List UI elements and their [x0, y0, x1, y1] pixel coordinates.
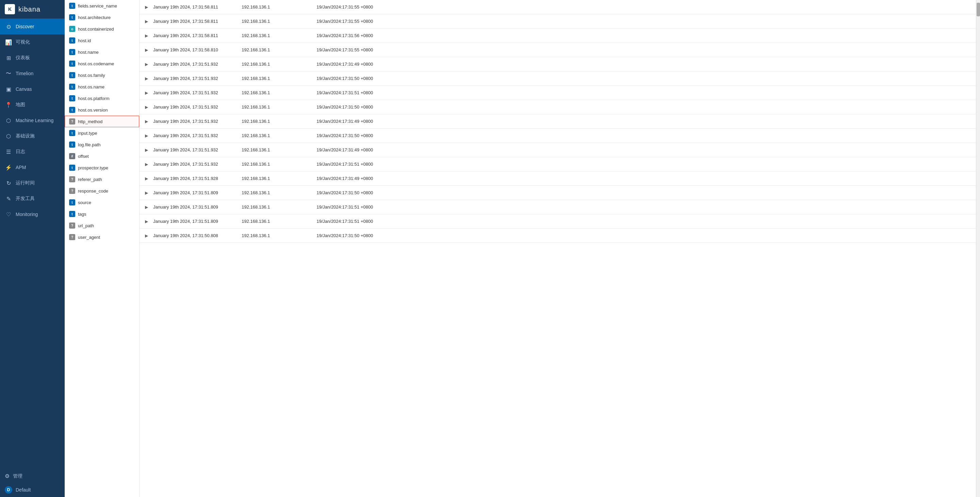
expand-arrow-icon[interactable]: ▶ — [145, 5, 149, 10]
table-row[interactable]: ▶ January 19th 2024, 17:31:58.811 192.16… — [140, 14, 976, 29]
field-item-tags[interactable]: ttags — [65, 208, 139, 220]
field-item-offset[interactable]: #offset — [65, 150, 139, 162]
field-item-host-name[interactable]: thost.name — [65, 46, 139, 58]
field-type-badge: t — [69, 72, 75, 78]
field-name-label: host.containerized — [78, 27, 114, 32]
sidebar-item-monitoring[interactable]: ♡Monitoring — [0, 206, 65, 222]
table-row[interactable]: ▶ January 19th 2024, 17:31:58.811 192.16… — [140, 0, 976, 14]
table-row[interactable]: ▶ January 19th 2024, 17:31:58.811 192.16… — [140, 29, 976, 43]
expand-arrow-icon[interactable]: ▶ — [145, 162, 149, 167]
table-row[interactable]: ▶ January 19th 2024, 17:31:51.932 192.16… — [140, 157, 976, 171]
table-row[interactable]: ▶ January 19th 2024, 17:31:51.932 192.16… — [140, 86, 976, 100]
table-row[interactable]: ▶ January 19th 2024, 17:31:51.809 192.16… — [140, 200, 976, 214]
sidebar-item-maps[interactable]: 📍地图 — [0, 97, 65, 113]
field-item-fields-service_name[interactable]: tfields.service_name — [65, 0, 139, 11]
table-row[interactable]: ▶ January 19th 2024, 17:31:51.809 192.16… — [140, 214, 976, 229]
expand-arrow-icon[interactable]: ▶ — [145, 205, 149, 210]
date-cell: 19/Jan/2024:17:31:51 +0800 — [317, 90, 970, 95]
sidebar-item-apm[interactable]: ⚡APM — [0, 160, 65, 175]
date-cell: 19/Jan/2024:17:31:51 +0800 — [317, 162, 970, 167]
table-row[interactable]: ▶ January 19th 2024, 17:31:58.810 192.16… — [140, 43, 976, 57]
expand-arrow-icon[interactable]: ▶ — [145, 176, 149, 181]
table-row[interactable]: ▶ January 19th 2024, 17:31:51.932 192.16… — [140, 129, 976, 143]
field-type-badge: t — [69, 60, 75, 67]
data-rows: ▶ January 19th 2024, 17:31:58.811 192.16… — [140, 0, 976, 243]
table-row[interactable]: ▶ January 19th 2024, 17:31:51.932 192.16… — [140, 100, 976, 114]
date-cell: 19/Jan/2024:17:31:50 +0800 — [317, 190, 970, 195]
field-item-host-architecture[interactable]: thost.architecture — [65, 11, 139, 23]
field-item-host-os-codename[interactable]: thost.os.codename — [65, 58, 139, 69]
field-type-badge: ? — [69, 222, 75, 229]
sidebar-item-devtools[interactable]: ✎开发工具 — [0, 191, 65, 206]
sidebar-item-infra[interactable]: ⬡基础设施 — [0, 128, 65, 144]
sidebar-item-uptime[interactable]: ↻运行时间 — [0, 175, 65, 191]
field-type-badge: t — [69, 141, 75, 148]
date-cell: 19/Jan/2024:17:31:55 +0800 — [317, 5, 970, 10]
nav-items: ⊙Discover📊可视化⊞仪表板〜Timelion▣Canvas📍地图⬡Mac… — [0, 19, 65, 222]
vertical-scrollbar[interactable] — [976, 0, 980, 497]
expand-arrow-icon[interactable]: ▶ — [145, 219, 149, 224]
expand-arrow-icon[interactable]: ▶ — [145, 105, 149, 110]
ml-icon: ⬡ — [5, 117, 12, 124]
sidebar-bottom-management[interactable]: ⚙管理 — [0, 470, 65, 483]
date-cell: 19/Jan/2024:17:31:50 +0800 — [317, 233, 970, 238]
field-name-label: host.name — [78, 50, 99, 55]
date-cell: 19/Jan/2024:17:31:51 +0800 — [317, 219, 970, 224]
expand-arrow-icon[interactable]: ▶ — [145, 119, 149, 124]
field-item-host-containerized[interactable]: ohost.containerized — [65, 23, 139, 35]
timestamp-cell: January 19th 2024, 17:31:51.932 — [153, 133, 242, 138]
field-item-host-os-name[interactable]: thost.os.name — [65, 81, 139, 92]
ip-cell: 192.168.136.1 — [242, 19, 317, 24]
table-row[interactable]: ▶ January 19th 2024, 17:31:51.932 192.16… — [140, 143, 976, 157]
sidebar-bottom-default[interactable]: DDefault — [0, 483, 65, 497]
scrollbar-thumb[interactable] — [977, 3, 980, 16]
timestamp-cell: January 19th 2024, 17:31:51.932 — [153, 162, 242, 167]
field-item-url_path[interactable]: ?url_path — [65, 220, 139, 231]
expand-arrow-icon[interactable]: ▶ — [145, 148, 149, 152]
expand-arrow-icon[interactable]: ▶ — [145, 76, 149, 81]
field-item-prospector-type[interactable]: tprospector.type — [65, 162, 139, 173]
field-item-log-file-path[interactable]: tlog.file.path — [65, 139, 139, 150]
field-item-source[interactable]: tsource — [65, 197, 139, 208]
sidebar-item-discover[interactable]: ⊙Discover — [0, 19, 65, 34]
field-type-badge: o — [69, 26, 75, 32]
field-name-label: host.id — [78, 38, 91, 43]
field-type-badge: t — [69, 49, 75, 55]
field-item-user_agent[interactable]: ?user_agent — [65, 231, 139, 243]
field-type-badge: t — [69, 14, 75, 21]
field-name-label: host.os.codename — [78, 61, 114, 66]
expand-arrow-icon[interactable]: ▶ — [145, 33, 149, 38]
table-row[interactable]: ▶ January 19th 2024, 17:31:51.932 192.16… — [140, 57, 976, 71]
expand-arrow-icon[interactable]: ▶ — [145, 19, 149, 24]
sidebar-item-visualize[interactable]: 📊可视化 — [0, 34, 65, 50]
sidebar-item-canvas[interactable]: ▣Canvas — [0, 81, 65, 97]
field-item-host-os-version[interactable]: thost.os.version — [65, 104, 139, 116]
ip-cell: 192.168.136.1 — [242, 176, 317, 181]
expand-arrow-icon[interactable]: ▶ — [145, 48, 149, 52]
expand-arrow-icon[interactable]: ▶ — [145, 191, 149, 195]
table-row[interactable]: ▶ January 19th 2024, 17:31:51.928 192.16… — [140, 171, 976, 186]
expand-arrow-icon[interactable]: ▶ — [145, 91, 149, 95]
field-item-http_method[interactable]: ?http_method — [65, 116, 139, 127]
expand-arrow-icon[interactable]: ▶ — [145, 133, 149, 138]
sidebar-item-logs[interactable]: ☰日志 — [0, 144, 65, 160]
sidebar-item-timelion[interactable]: 〜Timelion — [0, 66, 65, 81]
sidebar-item-ml[interactable]: ⬡Machine Learning — [0, 113, 65, 128]
field-item-host-os-family[interactable]: thost.os.family — [65, 69, 139, 81]
table-row[interactable]: ▶ January 19th 2024, 17:31:51.932 192.16… — [140, 71, 976, 86]
field-item-input-type[interactable]: tinput.type — [65, 127, 139, 139]
timestamp-cell: January 19th 2024, 17:31:50.808 — [153, 233, 242, 238]
timestamp-cell: January 19th 2024, 17:31:51.932 — [153, 119, 242, 124]
expand-arrow-icon[interactable]: ▶ — [145, 62, 149, 67]
expand-arrow-icon[interactable]: ▶ — [145, 233, 149, 238]
field-item-host-os-platform[interactable]: thost.os.platform — [65, 92, 139, 104]
table-row[interactable]: ▶ January 19th 2024, 17:31:51.809 192.16… — [140, 186, 976, 200]
sidebar-item-dashboard[interactable]: ⊞仪表板 — [0, 50, 65, 66]
field-item-referer_path[interactable]: ?referer_path — [65, 173, 139, 185]
table-row[interactable]: ▶ January 19th 2024, 17:31:51.932 192.16… — [140, 114, 976, 129]
field-item-response_code[interactable]: ?response_code — [65, 185, 139, 197]
field-type-badge: # — [69, 153, 75, 159]
ip-cell: 192.168.136.1 — [242, 190, 317, 195]
table-row[interactable]: ▶ January 19th 2024, 17:31:50.808 192.16… — [140, 229, 976, 243]
field-item-host-id[interactable]: thost.id — [65, 35, 139, 46]
